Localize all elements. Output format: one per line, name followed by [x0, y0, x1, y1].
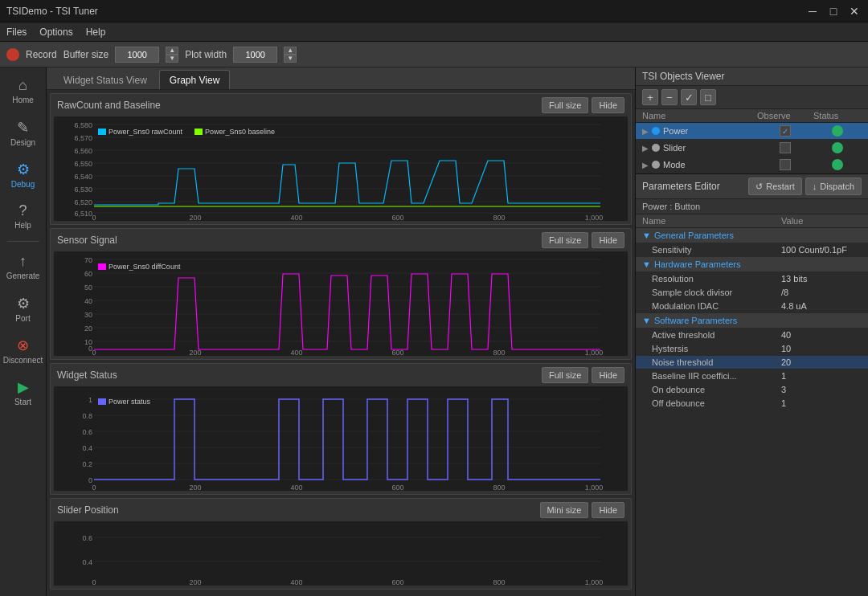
home-icon: ⌂ [18, 77, 27, 94]
tab-widget-status[interactable]: Widget Status View [53, 70, 158, 89]
menu-files[interactable]: Files [6, 27, 27, 38]
svg-text:600: 600 [391, 484, 403, 491]
tsi-row-slider[interactable]: ▶ Slider [636, 140, 868, 157]
params-editor-subtitle: Power : Button [636, 199, 868, 214]
tsi-power-observe-checkbox[interactable] [780, 125, 791, 137]
plot-width-label: Plot width [185, 49, 227, 60]
tsi-slider-label: Slider [663, 143, 686, 153]
tsi-mode-status-dot [832, 159, 843, 170]
graph-rawcount-fullsize[interactable]: Full size [542, 97, 588, 113]
sidebar-item-port[interactable]: ⚙ Port [2, 288, 45, 329]
titlebar: TSIDemo - TSI Tuner ─ □ ✕ [0, 0, 868, 22]
tsi-viewer-title: TSI Objects Viewer [636, 67, 868, 86]
sidebar-item-design[interactable]: ✎ Design [2, 112, 45, 153]
svg-text:30: 30 [84, 311, 92, 319]
svg-text:200: 200 [189, 578, 201, 586]
svg-text:Power_Sns0 baseline: Power_Sns0 baseline [205, 128, 275, 136]
restart-label: Restart [766, 182, 794, 191]
svg-text:20: 20 [84, 325, 92, 333]
tsi-mode-observe-checkbox[interactable] [780, 159, 791, 170]
tsi-remove-button[interactable]: − [661, 89, 678, 105]
sidebar-item-start[interactable]: ▶ Start [2, 372, 45, 412]
graph-widgetstatus-hide[interactable]: Hide [592, 367, 624, 383]
tsi-power-name: ▶ Power [642, 126, 757, 136]
svg-text:800: 800 [493, 349, 505, 356]
plot-width-up[interactable]: ▲ [284, 47, 297, 55]
buffer-size-label: Buffer size [63, 49, 108, 60]
buffer-size-up[interactable]: ▲ [166, 47, 178, 55]
param-sample-clock[interactable]: Sample clock divisor /8 [636, 286, 868, 300]
svg-text:6,510: 6,510 [74, 210, 92, 218]
design-icon: ✎ [17, 119, 29, 137]
sidebar-item-disconnect[interactable]: ⊗ Disconnect [2, 330, 45, 370]
svg-text:600: 600 [391, 214, 403, 221]
tsi-check-button[interactable]: ✓ [681, 89, 697, 105]
param-sensitivity[interactable]: Sensitivity 100 Count/0.1pF [636, 243, 868, 257]
record-button[interactable] [6, 48, 19, 61]
tsi-add-button[interactable]: + [642, 89, 658, 105]
svg-text:70: 70 [84, 256, 92, 264]
close-button[interactable]: ✕ [847, 4, 862, 18]
svg-text:40: 40 [84, 297, 92, 305]
graph-rawcount-canvas: 6,580 6,570 6,560 6,550 6,540 6,530 6,52… [54, 116, 628, 221]
plot-width-down[interactable]: ▼ [284, 55, 297, 63]
svg-rect-72 [54, 521, 607, 586]
param-noise-threshold[interactable]: Noise threshold 20 [636, 356, 868, 369]
tsi-mode-label: Mode [663, 160, 686, 169]
plot-width-input[interactable] [233, 47, 277, 63]
help-icon: ? [18, 202, 27, 219]
graph-rawcount-hide[interactable]: Hide [592, 97, 624, 113]
graph-slider-hide[interactable]: Hide [592, 502, 624, 518]
dispatch-button[interactable]: ↓ Dispatch [805, 178, 862, 195]
params-scroll-area: ▼ General Parameters Sensitivity 100 Cou… [636, 228, 868, 596]
params-section-hardware: ▼ Hardware Parameters [636, 257, 868, 272]
tsi-slider-observe-checkbox[interactable] [780, 142, 791, 153]
param-baseline-iir[interactable]: Baseline IIR coeffici... 1 [636, 369, 868, 383]
generate-icon: ↑ [19, 253, 27, 270]
buffer-size-spinner[interactable]: ▲ ▼ [166, 47, 178, 63]
minimize-button[interactable]: ─ [805, 4, 820, 18]
graph-slider-minisize[interactable]: Mini size [540, 502, 589, 518]
maximize-button[interactable]: □ [826, 4, 841, 18]
sidebar-item-home[interactable]: ⌂ Home [2, 71, 45, 111]
param-on-debounce[interactable]: On debounce 3 [636, 383, 868, 397]
graph-rawcount-header: RawCount and Baseline Full size Hide [51, 94, 631, 116]
param-modulation-idac[interactable]: Modulation IDAC 4.8 uA [636, 300, 868, 313]
sidebar-label-debug: Debug [11, 180, 35, 189]
graph-sensor-fullsize[interactable]: Full size [542, 232, 588, 248]
tab-graph-view[interactable]: Graph View [159, 70, 230, 89]
tsi-col-name: Name [642, 111, 757, 120]
plot-width-spinner[interactable]: ▲ ▼ [284, 47, 297, 63]
param-active-threshold[interactable]: Active threshold 40 [636, 329, 868, 342]
param-resolution[interactable]: Resolution 13 bits [636, 272, 868, 286]
param-off-debounce[interactable]: Off debounce 1 [636, 397, 868, 410]
buffer-size-down[interactable]: ▼ [166, 55, 178, 63]
restart-button[interactable]: ↺ Restart [748, 178, 801, 195]
graph-sensor-hide[interactable]: Hide [592, 232, 624, 248]
right-panel: TSI Objects Viewer + − ✓ □ Name Observe … [635, 67, 868, 596]
graph-rawcount-buttons: Full size Hide [542, 97, 624, 113]
sidebar-item-debug[interactable]: ⚙ Debug [2, 154, 45, 194]
menu-options[interactable]: Options [39, 27, 72, 38]
menu-help[interactable]: Help [86, 27, 106, 38]
graph-slider-header: Slider Position Mini size Hide [51, 499, 631, 521]
buffer-size-input[interactable] [115, 47, 159, 63]
params-section-software: ▼ Software Parameters [636, 313, 868, 329]
tab-bar: Widget Status View Graph View [47, 67, 635, 90]
main-layout: ⌂ Home ✎ Design ⚙ Debug ? Help ↑ Generat… [0, 67, 868, 596]
svg-text:0: 0 [92, 578, 96, 586]
tsi-row-mode[interactable]: ▶ Mode [636, 157, 868, 173]
svg-text:60: 60 [84, 270, 92, 278]
tsi-square-button[interactable]: □ [700, 89, 716, 105]
sidebar-item-help[interactable]: ? Help [2, 196, 45, 236]
tsi-power-label: Power [663, 126, 688, 136]
graph-slider-title: Slider Position [57, 504, 119, 516]
window-title: TSIDemo - TSI Tuner [6, 6, 98, 17]
svg-text:0.6: 0.6 [82, 534, 92, 542]
tsi-row-power[interactable]: ▶ Power [636, 123, 868, 140]
params-editor-buttons: ↺ Restart ↓ Dispatch [748, 178, 862, 195]
param-hystersis[interactable]: Hystersis 10 [636, 342, 868, 356]
graph-widgetstatus-fullsize[interactable]: Full size [542, 367, 588, 383]
sidebar-item-generate[interactable]: ↑ Generate [2, 247, 45, 287]
graph-sensor-title: Sensor Signal [57, 235, 117, 246]
